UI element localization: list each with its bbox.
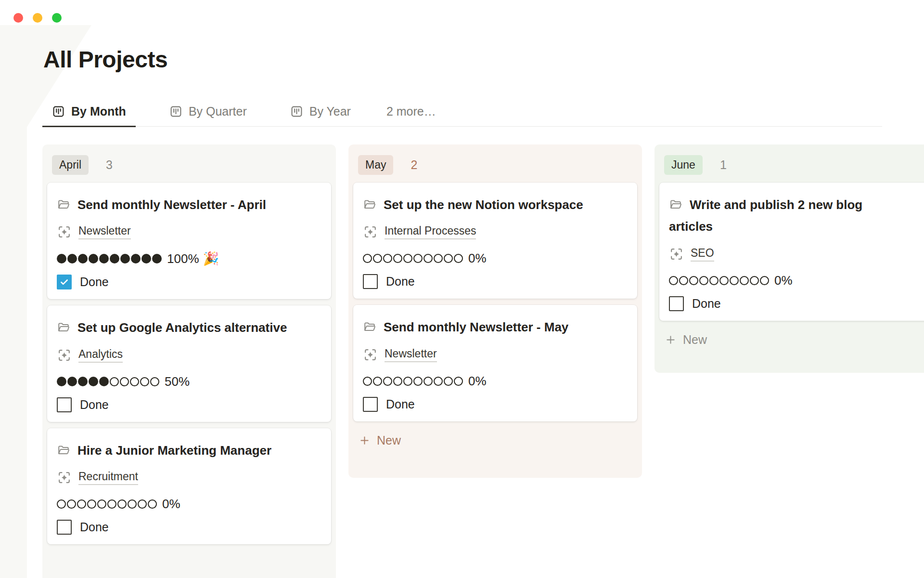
- progress-row: 0%: [57, 497, 321, 512]
- project-tag-row: Newsletter: [57, 224, 321, 239]
- column-card-count: 1: [720, 158, 727, 172]
- card-title-row[interactable]: Write and publish 2 new blog articles: [669, 194, 910, 238]
- view-tabs: By Month By Quarter By Year 2 more…: [42, 99, 882, 127]
- progress-percent: 0%: [774, 273, 793, 288]
- column-may: May 2 Set up the new Notion workspace In…: [348, 144, 642, 478]
- project-tag-link[interactable]: Newsletter: [78, 224, 131, 239]
- done-row: Done: [363, 274, 628, 289]
- project-card[interactable]: Write and publish 2 new blog articles SE…: [659, 183, 924, 321]
- tab-label: By Month: [71, 105, 126, 118]
- project-tag-row: Internal Processes: [363, 224, 628, 239]
- project-tag-link[interactable]: Newsletter: [385, 347, 437, 362]
- more-views-button[interactable]: 2 more…: [385, 99, 438, 127]
- zoom-window-button[interactable]: [52, 13, 62, 23]
- kanban-board: April 3 Send monthly Newsletter - April …: [42, 144, 924, 578]
- done-row: Done: [363, 397, 628, 412]
- project-tag-link[interactable]: Internal Processes: [385, 224, 476, 239]
- project-target-icon: [57, 348, 72, 363]
- column-name-pill[interactable]: April: [52, 155, 89, 175]
- project-tag-row: Newsletter: [363, 347, 628, 362]
- backdrop-left-edge: [0, 25, 27, 578]
- progress-dots: [57, 254, 162, 263]
- progress-dots: [363, 377, 463, 386]
- card-title-row[interactable]: Send monthly Newsletter - May: [363, 316, 628, 339]
- done-row: Done: [57, 275, 321, 289]
- done-checkbox[interactable]: [57, 520, 72, 535]
- column-card-count: 2: [411, 158, 417, 172]
- card-title-text: Set up the new Notion workspace: [384, 197, 583, 212]
- new-card-label: New: [683, 333, 707, 347]
- card-title-row[interactable]: Set up the new Notion workspace: [363, 194, 628, 216]
- progress-row: 50%: [57, 374, 321, 389]
- progress-dots: [57, 377, 159, 386]
- project-card[interactable]: Send monthly Newsletter - May Newsletter…: [353, 305, 637, 421]
- done-row: Done: [57, 397, 321, 412]
- board-view-icon: [290, 105, 303, 118]
- project-target-icon: [363, 224, 378, 239]
- column-header: May 2: [353, 149, 637, 183]
- column-header: June 1: [659, 149, 924, 183]
- page-title[interactable]: All Projects: [43, 46, 167, 73]
- project-card[interactable]: Set up Google Analytics alternative Anal…: [47, 305, 331, 422]
- progress-row: 100% 🎉: [57, 251, 321, 266]
- folder-icon: [363, 320, 376, 334]
- done-checkbox[interactable]: [57, 275, 72, 289]
- done-row: Done: [57, 520, 321, 535]
- folder-icon: [57, 198, 70, 211]
- project-card[interactable]: Set up the new Notion workspace Internal…: [353, 183, 637, 299]
- progress-row: 0%: [669, 273, 924, 288]
- column-name-pill[interactable]: May: [358, 155, 393, 175]
- progress-row: 0%: [363, 374, 628, 389]
- done-checkbox[interactable]: [57, 397, 72, 412]
- new-card-label: New: [377, 434, 401, 447]
- card-title-row[interactable]: Send monthly Newsletter - April: [57, 194, 321, 216]
- card-title-row[interactable]: Hire a Junior Marketing Manager: [57, 440, 321, 462]
- done-row: Done: [669, 296, 924, 311]
- more-views-label: 2 more…: [386, 105, 436, 118]
- done-checkbox[interactable]: [669, 296, 684, 311]
- project-tag-link[interactable]: Recruitment: [78, 470, 138, 485]
- tab-by-year[interactable]: By Year: [281, 99, 360, 127]
- done-checkbox[interactable]: [363, 274, 378, 289]
- done-label: Done: [80, 275, 109, 289]
- done-checkbox[interactable]: [363, 397, 378, 412]
- card-title-text: Write and publish 2 new blog articles: [669, 197, 862, 234]
- plus-icon: [359, 435, 370, 446]
- card-title-text: Set up Google Analytics alternative: [77, 320, 287, 335]
- progress-row: 0%: [363, 251, 628, 266]
- minimize-window-button[interactable]: [33, 13, 42, 23]
- plus-icon: [665, 334, 676, 345]
- progress-percent: 50%: [165, 374, 190, 389]
- progress-percent: 100%: [167, 251, 199, 266]
- project-card[interactable]: Hire a Junior Marketing Manager Recruitm…: [47, 428, 331, 545]
- notion-window: All Projects By Month By Quarter By Year…: [0, 0, 924, 578]
- celebration-emoji: 🎉: [203, 251, 219, 266]
- board-view-icon: [169, 105, 182, 118]
- board-view-icon: [52, 105, 65, 118]
- project-tag-link[interactable]: Analytics: [78, 348, 123, 363]
- folder-icon: [57, 321, 70, 334]
- column-card-count: 3: [106, 158, 113, 172]
- progress-percent: 0%: [162, 497, 180, 512]
- done-label: Done: [386, 397, 415, 411]
- project-target-icon: [363, 347, 378, 362]
- project-tag-link[interactable]: SEO: [691, 247, 714, 262]
- folder-icon: [57, 444, 70, 457]
- new-card-button[interactable]: New: [353, 428, 407, 453]
- card-title-text: Send monthly Newsletter - May: [384, 320, 568, 334]
- new-card-button[interactable]: New: [659, 327, 713, 353]
- done-label: Done: [386, 275, 415, 289]
- column-name-pill[interactable]: June: [664, 155, 703, 175]
- tab-by-quarter[interactable]: By Quarter: [160, 99, 257, 127]
- close-window-button[interactable]: [13, 13, 23, 23]
- tab-by-month[interactable]: By Month: [42, 99, 136, 127]
- project-target-icon: [669, 247, 684, 262]
- project-card[interactable]: Send monthly Newsletter - April Newslett…: [47, 183, 331, 300]
- card-title-row[interactable]: Set up Google Analytics alternative: [57, 317, 321, 339]
- column-june: June 1 Write and publish 2 new blog arti…: [654, 144, 924, 373]
- folder-icon: [669, 198, 682, 211]
- checkmark-icon: [59, 277, 69, 287]
- column-header: April 3: [47, 149, 331, 183]
- column-april: April 3 Send monthly Newsletter - April …: [42, 144, 336, 578]
- progress-percent: 0%: [468, 251, 487, 266]
